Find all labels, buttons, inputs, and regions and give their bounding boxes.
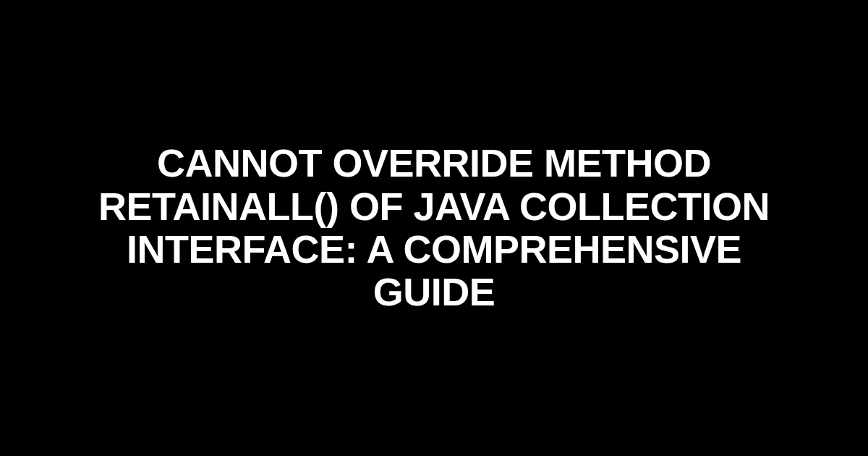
- page-title: Cannot Override Method retainAll() of Ja…: [0, 142, 868, 314]
